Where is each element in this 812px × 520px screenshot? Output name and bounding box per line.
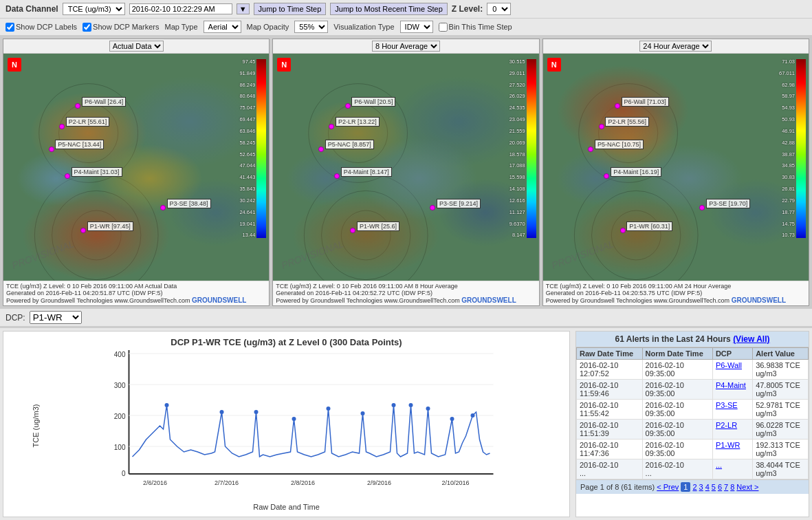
dcp-cell-link[interactable]: P1-WR: [716, 441, 740, 449]
cell-dcp[interactable]: P4-Maint: [712, 380, 752, 400]
show-dcp-markers-checkbox[interactable]: [83, 23, 91, 32]
map-header-8hour: 8 Hour Average: [273, 39, 538, 54]
dcp-dot: [345, 103, 351, 109]
svg-point-59: [409, 403, 413, 407]
cell-dcp[interactable]: P1-WR: [712, 440, 752, 459]
map-powered: Powered by Groundswell Technologies www.…: [6, 296, 266, 304]
map-mode-select-8hour[interactable]: 8 Hour Average: [372, 41, 440, 52]
dcp-dot: [430, 205, 435, 210]
map-type-select[interactable]: Aerial: [204, 21, 241, 33]
alerts-table: Raw Date Time Norm Date Time DCP Alert V…: [576, 347, 809, 479]
cell-dcp[interactable]: P3-SE: [712, 400, 752, 420]
chart-panel: DCP P1-WR TCE (ug/m3) at Z Level 0 (300 …: [3, 331, 570, 517]
svg-text:2/10/2016: 2/10/2016: [441, 479, 469, 486]
map-panel-24hour: 24 Hour Average N71.0367.01162.9858.9754…: [542, 39, 809, 306]
svg-text:0: 0: [122, 470, 126, 477]
map-area-actual: N97.4591.84986.24980.64875.04769.44763.8…: [3, 54, 269, 281]
table-row: 2016-02-1011:47:36 2016-02-1009:35:00 P1…: [577, 440, 809, 459]
map-type-label: Map Type: [164, 23, 197, 31]
col-alert-value: Alert Value: [753, 348, 809, 360]
map-generated: Generated on 2016-Feb-11 04:20:51.87 UTC…: [6, 290, 266, 296]
map-caption-24hour: TCE (ug/m3) Z Level: 0 10 Feb 2016 09:11…: [543, 281, 809, 305]
north-arrow: N: [8, 58, 21, 72]
map-mode-select-actual[interactable]: Actual Data: [109, 41, 164, 52]
current-page[interactable]: 1: [681, 482, 690, 492]
table-row: 2016-02-1011:51:39 2016-02-1009:35:00 P2…: [577, 420, 809, 440]
dcp-label-marker: P6-Wall [20.5]: [351, 97, 395, 107]
svg-point-55: [292, 417, 296, 421]
show-dcp-labels-label: Show DCP Labels: [16, 23, 77, 31]
datetime-input[interactable]: [129, 3, 232, 14]
color-scale-24hour: 71.0367.01162.9858.9754.9350.9346.9142.8…: [779, 59, 806, 238]
page-3-link[interactable]: 3: [699, 483, 703, 491]
cell-raw-date: 2016-02-1012:07:52: [577, 360, 643, 380]
dcp-dot: [65, 173, 70, 179]
dcp-label-marker: P6-Wall [71.03]: [622, 97, 669, 107]
bin-time-step-checkbox[interactable]: [439, 23, 448, 32]
viz-type-select[interactable]: IDW: [400, 21, 433, 33]
color-scale-actual: 97.4591.84986.24980.64875.04769.44763.84…: [239, 59, 266, 238]
svg-point-52: [165, 403, 169, 407]
svg-point-60: [426, 407, 430, 411]
dcp-dot: [604, 173, 609, 179]
cell-dcp[interactable]: P2-LR: [712, 420, 752, 440]
show-dcp-labels-checkbox[interactable]: [6, 23, 14, 32]
page-8-link[interactable]: 8: [730, 483, 734, 491]
svg-text:300: 300: [114, 382, 126, 389]
dcp-cell-link[interactable]: ...: [716, 461, 722, 469]
dcp-label-marker: P3-SE [9.214]: [437, 199, 481, 208]
page-5-link[interactable]: 5: [712, 483, 716, 491]
dcp-label-marker: P5-NAC [10.75]: [595, 140, 644, 149]
z-level-select[interactable]: 0: [487, 3, 511, 15]
dcp-label-marker: P5-NAC [13.44]: [55, 140, 104, 149]
map-panel-8hour: 8 Hour Average N30.51529.01127.52026.029…: [272, 39, 539, 306]
dcp-dot: [329, 124, 334, 129]
table-row: 2016-02-1011:59:46 2016-02-1009:35:00 P4…: [577, 380, 809, 400]
page-2-link[interactable]: 2: [692, 483, 696, 491]
map-opacity-select[interactable]: 55%: [294, 21, 328, 33]
cell-dcp[interactable]: ...: [712, 459, 752, 479]
dcp-label-marker: P2-LR [55.61]: [66, 117, 110, 127]
svg-text:2/7/2016: 2/7/2016: [215, 479, 239, 486]
map-brand: GROUNDSWELL: [461, 296, 516, 304]
next-page-link[interactable]: Next >: [736, 483, 758, 491]
z-level-label: Z Level:: [452, 4, 483, 14]
data-channel-select[interactable]: TCE (ug/m3): [63, 3, 125, 15]
dcp-cell-link[interactable]: P2-LR: [716, 421, 737, 429]
dcp-label-marker: P1-WR [25.6]: [357, 221, 399, 231]
map-area-24hour: N71.0367.01162.9858.9754.9350.9346.9142.…: [543, 54, 809, 281]
cell-norm-date: 2016-02-1009:35:00: [642, 360, 712, 380]
dcp-dot: [75, 103, 80, 109]
cell-dcp[interactable]: P6-Wall: [712, 360, 752, 380]
svg-point-58: [392, 403, 396, 407]
show-dcp-labels-item: Show DCP Labels: [6, 23, 77, 32]
dcp-cell-link[interactable]: P6-Wall: [716, 361, 742, 369]
svg-text:2/8/2016: 2/8/2016: [291, 479, 315, 486]
view-all-link[interactable]: (View All): [733, 334, 769, 344]
page-4-link[interactable]: 4: [705, 483, 710, 491]
dcp-label-marker: P1-WR [60.31]: [626, 221, 672, 231]
datetime-picker-button[interactable]: ▼: [237, 3, 250, 14]
cell-raw-date: 2016-02-1011:59:46: [577, 380, 643, 400]
dcp-cell-link[interactable]: P4-Maint: [716, 381, 746, 389]
dcp-dot: [59, 124, 65, 129]
map-generated: Generated on 2016-Feb-11 04:20:53.75 UTC…: [546, 290, 806, 296]
pagination: Page 1 of 8 (61 items) < Prev 1 2 3 4 5 …: [576, 479, 809, 494]
page-6-link[interactable]: 6: [718, 483, 722, 491]
dcp-dot: [160, 205, 166, 210]
jump-to-most-recent-button[interactable]: Jump to Most Recent Time Step: [330, 3, 448, 15]
prev-page-link[interactable]: < Prev: [657, 483, 679, 491]
dcp-select[interactable]: P1-WR P2-LR P3-SE P4-Maint P5-NAC P6-Wal…: [30, 311, 82, 324]
page-7-link[interactable]: 7: [724, 483, 728, 491]
dcp-dot: [615, 103, 620, 109]
cell-norm-date: 2016-02-1009:35:00: [642, 400, 712, 420]
alerts-panel: 61 Alerts in the Last 24 Hours (View All…: [575, 331, 809, 517]
page-info: Page 1 of 8 (61 items): [580, 483, 655, 491]
map-mode-select-24hour[interactable]: 24 Hour Average: [639, 41, 712, 52]
svg-text:2/6/2016: 2/6/2016: [143, 479, 167, 486]
dcp-cell-link[interactable]: P3-SE: [716, 401, 738, 409]
dcp-dot: [588, 147, 593, 152]
dcp-label-marker: P2-LR [55.56]: [605, 117, 649, 127]
dcp-label-marker: P4-Maint [16.19]: [611, 167, 661, 177]
jump-to-time-step-button[interactable]: Jump to Time Step: [254, 3, 327, 15]
